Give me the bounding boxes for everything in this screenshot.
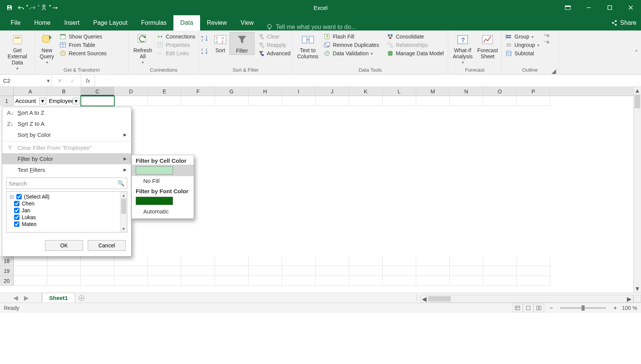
page-break-view-button[interactable]	[534, 304, 544, 312]
filter-checkbox[interactable]	[14, 208, 19, 213]
col-header[interactable]: O	[483, 87, 517, 96]
row-header[interactable]: 1	[0, 96, 14, 106]
cell[interactable]	[349, 256, 383, 266]
cell[interactable]	[517, 266, 550, 276]
cell[interactable]	[148, 256, 181, 266]
sort-z-to-a[interactable]: Z↓Sort Z to A	[2, 118, 131, 129]
cell[interactable]	[416, 276, 450, 286]
cell[interactable]	[215, 266, 248, 276]
row-header[interactable]: 19	[0, 266, 14, 276]
cell[interactable]	[148, 266, 181, 276]
cell[interactable]	[450, 276, 483, 286]
cell[interactable]	[383, 256, 416, 266]
tab-review[interactable]: Review	[200, 15, 234, 30]
prev-sheet-icon[interactable]: ◀	[13, 294, 18, 301]
sort-by-color[interactable]: Sort by Color▶	[2, 129, 131, 140]
filter-checkbox[interactable]	[14, 215, 19, 220]
cell[interactable]	[282, 256, 316, 266]
col-header[interactable]: L	[383, 87, 416, 96]
col-header[interactable]: I	[282, 87, 316, 96]
col-header[interactable]: K	[349, 87, 383, 96]
undo-icon[interactable]: ▾	[16, 3, 26, 13]
cell[interactable]	[450, 266, 483, 276]
col-header[interactable]: A	[14, 87, 47, 96]
cell[interactable]	[47, 256, 81, 266]
what-if-analysis-button[interactable]: ? What-If Analysis▾	[450, 32, 475, 66]
horizontal-scrollbar[interactable]: ◀▶	[420, 295, 633, 303]
cell[interactable]	[181, 256, 215, 266]
col-header[interactable]: J	[316, 87, 349, 96]
new-sheet-button[interactable]	[75, 293, 88, 303]
manage-data-model-button[interactable]: Manage Data Model	[385, 50, 445, 57]
show-detail-icon[interactable]: ⁺≡	[544, 33, 550, 38]
cell[interactable]	[47, 276, 81, 286]
font-color-option[interactable]	[132, 195, 194, 207]
cell[interactable]	[148, 276, 181, 286]
tab-home[interactable]: Home	[27, 15, 58, 30]
filter-value-item[interactable]: Mateo	[9, 221, 125, 228]
ungroup-button[interactable]: Ungroup ▾	[504, 41, 541, 49]
cell[interactable]	[215, 256, 248, 266]
filter-value-item[interactable]: ⊟(Select All)	[9, 193, 125, 200]
cell[interactable]	[114, 256, 148, 266]
cell[interactable]	[517, 276, 550, 286]
outline-dialog-launcher[interactable]: ◢	[551, 67, 557, 73]
cell[interactable]	[349, 276, 383, 286]
from-table-button[interactable]: From Table	[58, 41, 108, 49]
cell[interactable]	[349, 96, 383, 106]
save-icon[interactable]	[5, 3, 14, 13]
col-header[interactable]: D	[114, 87, 148, 96]
cell[interactable]	[81, 256, 114, 266]
page-layout-view-button[interactable]	[523, 304, 534, 312]
filter-ok-button[interactable]: OK	[45, 240, 83, 251]
redo-icon[interactable]: ▾	[27, 3, 37, 13]
cell[interactable]	[416, 96, 450, 106]
col-header[interactable]: P	[517, 87, 550, 96]
row-header[interactable]: 18	[0, 256, 14, 266]
split-handle[interactable]	[633, 295, 641, 303]
data-validation-button[interactable]: Data Validation ▾	[322, 50, 380, 57]
filter-button[interactable]: Filter	[229, 32, 255, 55]
minimize-button[interactable]	[578, 0, 599, 15]
cell[interactable]	[483, 256, 517, 266]
select-all-corner[interactable]	[0, 87, 14, 96]
col-header[interactable]: H	[248, 87, 282, 96]
filter-dropdown-icon[interactable]: ▾	[39, 98, 46, 104]
cell[interactable]	[383, 276, 416, 286]
remove-duplicates-button[interactable]: Remove Duplicates	[322, 41, 380, 49]
col-header[interactable]: N	[450, 87, 483, 96]
cell[interactable]	[215, 276, 248, 286]
tab-data[interactable]: Data	[173, 15, 200, 30]
touch-mode-icon[interactable]: ▾	[39, 3, 49, 13]
flash-fill-button[interactable]: Flash Fill	[322, 33, 380, 40]
formula-input[interactable]	[95, 75, 641, 87]
share-button[interactable]: Share	[611, 15, 636, 30]
filter-checkbox[interactable]	[16, 194, 22, 199]
cell[interactable]	[450, 256, 483, 266]
close-button[interactable]	[620, 0, 641, 15]
filter-cancel-button[interactable]: Cancel	[88, 240, 126, 251]
cell[interactable]	[383, 266, 416, 276]
col-header[interactable]: B	[47, 87, 81, 96]
filter-tree-scrollbar[interactable]: ▲▼	[120, 192, 127, 232]
cell[interactable]	[181, 276, 215, 286]
connections-button[interactable]: Connections	[155, 33, 197, 40]
hide-detail-icon[interactable]: ⁻≡	[544, 39, 550, 45]
maximize-button[interactable]	[599, 0, 620, 15]
filter-value-item[interactable]: Chen	[9, 200, 125, 207]
recent-sources-button[interactable]: Recent Sources	[58, 50, 108, 57]
cell[interactable]	[14, 266, 47, 276]
sort-a-to-z[interactable]: A↓Sort A to Z	[2, 107, 131, 118]
subtotal-button[interactable]: Subtotal	[504, 50, 541, 57]
vertical-scrollbar[interactable]: ▲▼	[633, 87, 641, 293]
tab-view[interactable]: View	[234, 15, 260, 30]
filter-value-item[interactable]: Jan	[9, 207, 125, 214]
zoom-out-button[interactable]: −	[548, 305, 554, 311]
collapse-ribbon-icon[interactable]: ˄	[635, 49, 638, 56]
group-button[interactable]: Group ▾	[504, 33, 541, 40]
get-external-data-button[interactable]: Get External Data▾	[2, 32, 32, 72]
consolidate-button[interactable]: Consolidate	[385, 33, 445, 40]
cell[interactable]	[517, 96, 550, 106]
cell[interactable]	[282, 266, 316, 276]
cell[interactable]	[282, 276, 316, 286]
